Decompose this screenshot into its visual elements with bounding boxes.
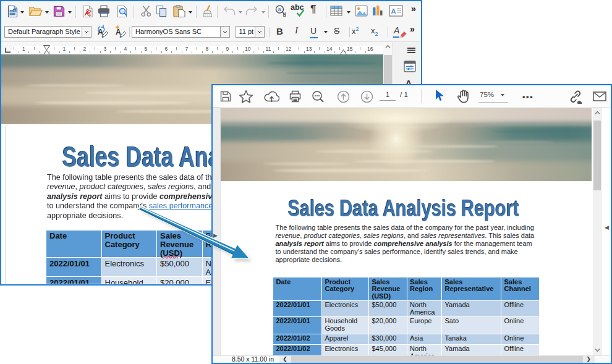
svg-text:d: d [283,12,286,18]
svg-text:a: a [278,6,281,12]
svg-text:A: A [391,7,396,15]
